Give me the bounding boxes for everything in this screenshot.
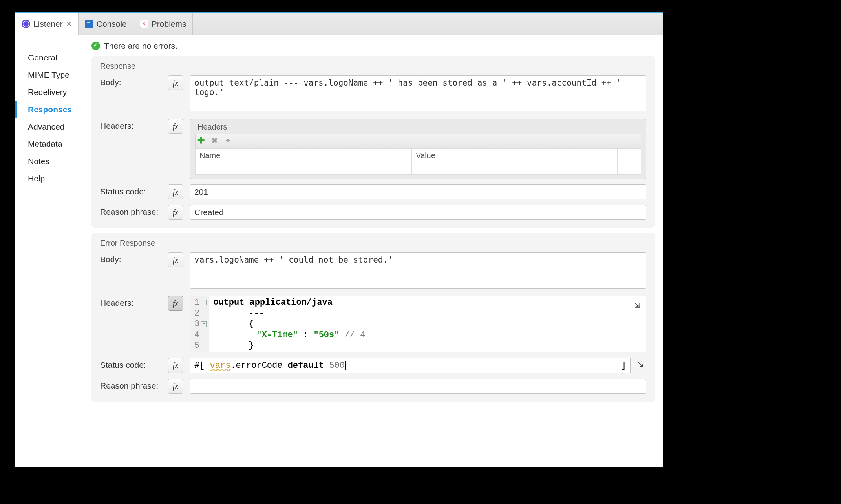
fx-button[interactable]: fx [168,205,183,220]
sidebar-item-label: MIME Type [28,70,69,79]
problems-icon [140,20,148,28]
extra-header-button[interactable]: ✦ [223,136,232,145]
expr-errorCode: .errorCode [230,361,287,371]
app-window: Listener ✕ Console Problems General MIME… [15,12,663,467]
fx-button[interactable]: fx [168,252,183,267]
expr-prefix: #[ [194,361,210,371]
sidebar-item-label: Redelivery [28,88,67,97]
code-lines[interactable]: output application/java---{"X-Time" : "5… [209,296,369,352]
sidebar-item-help[interactable]: Help [15,170,82,187]
headers-panel-title: Headers [197,122,641,131]
expr-default: default [288,361,329,371]
sidebar-item-label: Advanced [28,122,64,131]
headers-toolbar: ✚ ✖ ✦ [195,134,641,148]
code-line[interactable]: output application/java [213,297,365,308]
response-statuscode-input[interactable] [190,184,646,199]
expr-num: 500 [329,361,345,371]
code-line[interactable]: } [213,340,365,351]
response-reason-row: Reason phrase: fx [100,205,646,220]
expand-icon[interactable]: ⇲ [632,299,643,310]
sidebar-item-mime-type[interactable]: MIME Type [15,66,82,84]
headers-table: Name Value [195,148,641,175]
response-reason-input[interactable] [190,205,646,220]
gutter-line: 2 [194,308,207,319]
add-header-button[interactable]: ✚ [196,136,206,145]
tab-problems-label: Problems [152,19,186,29]
error-reason-input[interactable] [190,379,646,394]
error-statuscode-row: Status code: fx #[ vars.errorCode defaul… [100,358,646,373]
fx-button[interactable]: fx [168,358,183,373]
tab-listener-label: Listener [33,19,63,29]
code-gutter: 1−23−45 [190,296,209,352]
sidebar-item-label: General [28,53,57,62]
response-body-row: Body: fx [100,75,646,113]
tab-problems[interactable]: Problems [133,13,193,35]
error-statuscode-label: Status code: [100,358,161,370]
gutter-line: 5 [194,340,207,351]
response-body-input[interactable] [190,75,646,111]
expr-var: vars [210,361,231,371]
body: General MIME Type Redelivery Responses A… [15,35,663,467]
gutter-line: 3− [194,319,207,330]
sidebar-item-responses[interactable]: Responses [15,101,82,118]
sidebar-item-notes[interactable]: Notes [15,153,82,170]
expr-suffix: ] [621,361,626,371]
response-title: Response [100,62,646,71]
tab-bar: Listener ✕ Console Problems [15,13,663,35]
response-reason-label: Reason phrase: [100,205,161,217]
headers-col-name: Name [196,149,412,163]
close-icon[interactable]: ✕ [66,20,72,28]
code-line[interactable]: { [213,319,365,330]
error-reason-label: Reason phrase: [100,379,161,391]
response-statuscode-label: Status code: [100,184,161,196]
table-row[interactable] [196,163,641,175]
status-message: There are no errors. [104,41,177,51]
text-caret [345,361,346,370]
delete-header-button[interactable]: ✖ [210,136,219,145]
headers-code-editor[interactable]: 1−23−45 output application/java---{"X-Ti… [190,296,646,352]
error-body-input[interactable] [190,252,646,289]
error-headers-label: Headers: [100,296,161,308]
tab-console[interactable]: Console [79,13,133,35]
error-reason-row: Reason phrase: fx [100,379,646,394]
main-panel: There are no errors. Response Body: fx H… [82,35,663,467]
response-headers-row: Headers: fx Headers ✚ ✖ ✦ [100,119,646,179]
headers-panel: Headers ✚ ✖ ✦ Name Value [190,119,646,179]
console-icon [85,20,93,28]
error-body-row: Body: fx [100,252,646,290]
fx-button[interactable]: fx [168,296,183,311]
status-line: There are no errors. [82,39,655,56]
code-line[interactable]: --- [213,308,365,319]
fx-button[interactable]: fx [168,75,183,90]
sidebar-item-label: Help [28,174,45,183]
fold-icon[interactable]: − [201,300,207,305]
sidebar: General MIME Type Redelivery Responses A… [15,35,82,467]
error-statuscode-expr[interactable]: #[ vars.errorCode default 500 ] [190,358,631,373]
headers-col-action [618,149,641,163]
gutter-line: 1− [194,297,207,308]
sidebar-item-advanced[interactable]: Advanced [15,118,82,135]
response-headers-label: Headers: [100,119,161,131]
tab-console-label: Console [97,19,127,29]
response-group: Response Body: fx Headers: fx Headers [91,56,655,228]
error-headers-row: Headers: fx 1−23−45 output application/j… [100,296,646,352]
expand-icon[interactable]: ⇲ [635,360,646,371]
sidebar-item-metadata[interactable]: Metadata [15,135,82,153]
error-response-group: Error Response Body: fx Headers: fx 1−23… [91,233,655,402]
headers-col-value: Value [412,149,618,163]
sidebar-item-redelivery[interactable]: Redelivery [15,84,82,101]
fx-button[interactable]: fx [168,119,183,134]
sidebar-item-label: Notes [28,157,49,166]
sidebar-item-label: Responses [28,105,72,114]
response-body-label: Body: [100,75,161,87]
fold-icon[interactable]: − [201,321,207,327]
gutter-line: 4 [194,330,207,341]
check-icon [91,42,100,50]
code-line[interactable]: "X-Time" : "50s" // 4 [213,330,365,341]
fx-button[interactable]: fx [168,184,183,199]
response-statuscode-row: Status code: fx [100,184,646,199]
fx-button[interactable]: fx [168,379,183,394]
tab-listener[interactable]: Listener ✕ [15,13,79,35]
sidebar-item-general[interactable]: General [15,49,82,66]
sidebar-item-label: Metadata [28,139,62,148]
